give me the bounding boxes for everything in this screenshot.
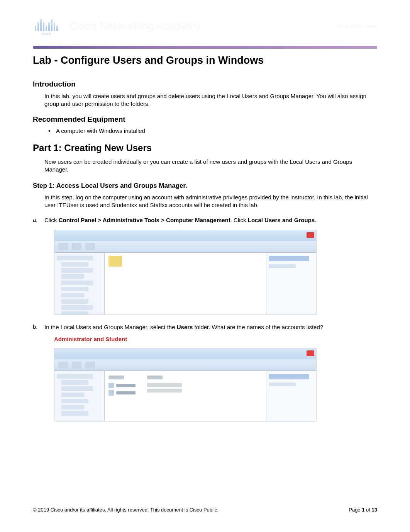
footer-copyright: © 2019 Cisco and/or its affiliates. All … xyxy=(33,507,219,513)
screenshot-toolbar xyxy=(54,241,316,253)
screenshot-users-folder xyxy=(54,348,317,422)
screenshot-main-panel-2 xyxy=(105,371,266,421)
intro-body: In this lab, you will create users and g… xyxy=(44,92,377,108)
screenshot-main-panel xyxy=(105,253,266,314)
intro-heading: Introduction xyxy=(33,80,377,88)
screenshot-actions-panel-2 xyxy=(266,371,316,421)
folder-icon xyxy=(108,256,122,267)
step1-a-content: Click Control Panel > Administrative Too… xyxy=(44,216,377,224)
letter-marker-a: a. xyxy=(33,216,44,224)
step1-list: a. Click Control Panel > Administrative … xyxy=(33,216,377,224)
logo-area: cisco Cisco Networking Academy xyxy=(33,15,201,36)
footer-page-number: Page 1 of 13 xyxy=(349,507,377,513)
step1-a-path: Control Panel > Administrative Tools > C… xyxy=(59,217,230,223)
academy-title: Cisco Networking Academy xyxy=(69,20,201,32)
step1-a-prefix: Click xyxy=(44,217,59,223)
screenshot-titlebar-2 xyxy=(54,348,316,359)
screenshot-titlebar xyxy=(54,230,316,241)
screenshot-toolbar-2 xyxy=(54,359,316,371)
page-middle: of xyxy=(364,507,371,513)
screenshot-body xyxy=(54,253,316,314)
screenshot-computer-management-1 xyxy=(54,230,317,315)
close-icon xyxy=(307,350,314,356)
step1-b-content: In the Local Users and Groups Manager, s… xyxy=(44,323,377,331)
page-prefix: Page xyxy=(349,507,362,513)
part1-heading: Part 1: Creating New Users xyxy=(33,143,377,153)
screenshot-body-2 xyxy=(54,371,316,421)
step1-heading: Step 1: Access Local Users and Groups Ma… xyxy=(33,182,377,190)
step1-b-bold: Users xyxy=(177,324,193,330)
page-total: 13 xyxy=(372,507,377,513)
step1-a-middle: . Click xyxy=(230,217,248,223)
tagline: Mind Wide Open xyxy=(337,23,377,29)
step1-item-a: a. Click Control Panel > Administrative … xyxy=(33,216,377,224)
step1-a-suffix: . xyxy=(315,217,316,223)
page-footer: © 2019 Cisco and/or its affiliates. All … xyxy=(33,507,377,513)
letter-marker-b: b. xyxy=(33,323,44,331)
cisco-logo: cisco xyxy=(33,15,60,36)
step1-b-prefix: In the Local Users and Groups Manager, s… xyxy=(44,324,177,330)
equipment-list: A computer with Windows installed xyxy=(48,127,377,134)
step1-b-suffix: folder. What are the names of the accoun… xyxy=(193,324,323,330)
page-header: cisco Cisco Networking Academy Mind Wide… xyxy=(33,15,377,44)
step1-a-target: Local Users and Groups xyxy=(248,217,315,223)
equipment-heading: Recommended Equipment xyxy=(33,115,377,124)
equipment-item: A computer with Windows installed xyxy=(48,127,377,134)
step1-body: In this step, log on the computer using … xyxy=(44,194,377,209)
screenshot-actions-panel xyxy=(266,253,316,314)
page-title: Lab - Configure Users and Groups in Wind… xyxy=(33,54,377,66)
cisco-brand-text: cisco xyxy=(33,32,60,36)
step1-b-answer: Administrator and Student xyxy=(54,336,377,342)
part1-body: New users can be created individually or… xyxy=(44,158,377,174)
close-icon xyxy=(307,232,314,238)
header-divider xyxy=(33,46,377,49)
screenshot-tree-panel xyxy=(54,253,105,314)
step1-item-b: b. In the Local Users and Groups Manager… xyxy=(33,323,377,331)
screenshot-tree-panel-2 xyxy=(54,371,105,421)
step1-list-b: b. In the Local Users and Groups Manager… xyxy=(33,323,377,331)
